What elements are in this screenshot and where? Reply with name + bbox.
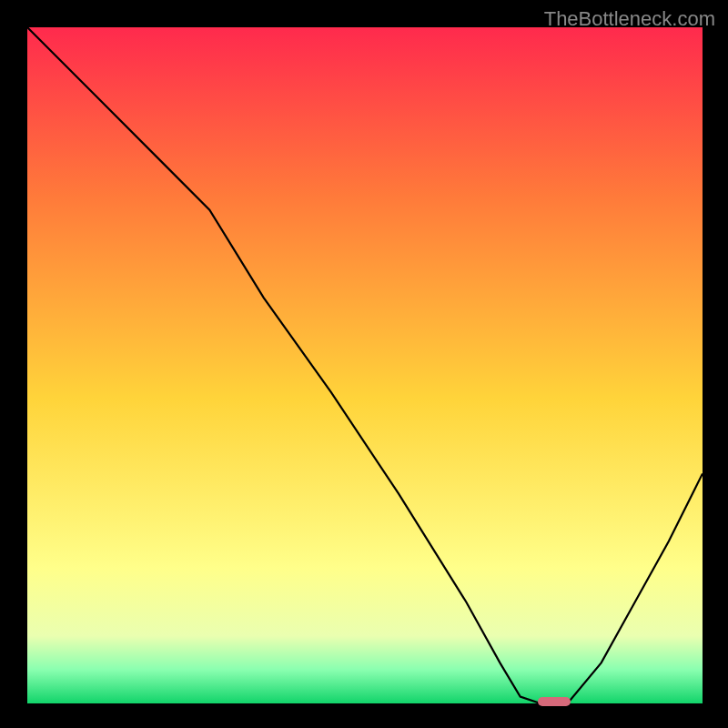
watermark-text: TheBottleneck.com xyxy=(544,7,715,31)
gradient-background xyxy=(27,27,703,703)
optimal-marker xyxy=(538,697,571,706)
svg-rect-0 xyxy=(27,27,703,703)
chart-plot-area xyxy=(27,27,703,703)
